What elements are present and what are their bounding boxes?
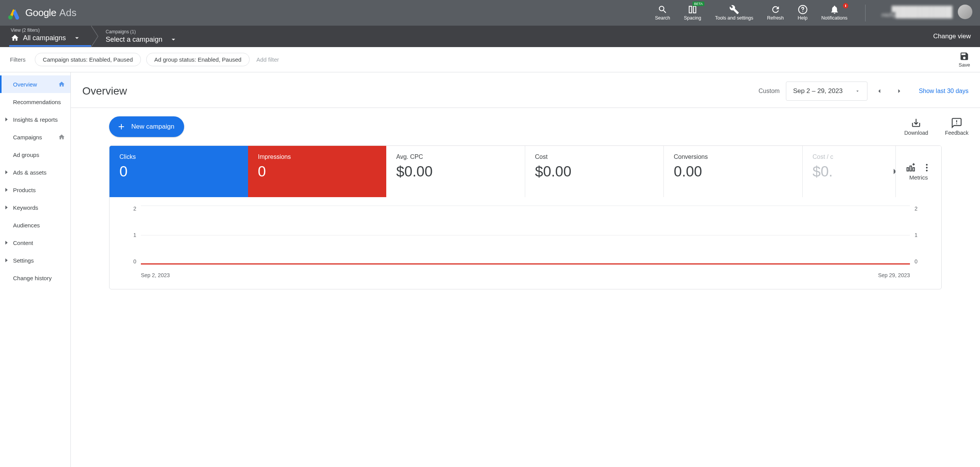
top-bar: Google Ads Search BETA Spacing Tools and…: [0, 0, 980, 26]
date-prev-button[interactable]: [871, 83, 887, 99]
chevron-down-icon: [169, 35, 178, 44]
account-info[interactable]: ████████████████ michy███████████████: [882, 5, 972, 19]
svg-point-2: [802, 11, 803, 12]
metric-label: Avg. CPC: [396, 153, 515, 160]
chart: 2 1 0 2 1 0 Sep 2, 2023: [109, 197, 941, 289]
chart-plot: [141, 206, 910, 265]
notifications-tool[interactable]: Notifications: [822, 5, 848, 21]
new-campaign-button[interactable]: New campaign: [109, 116, 184, 137]
metric-cell-clicks[interactable]: Clicks0: [109, 146, 248, 197]
svg-rect-9: [913, 168, 914, 171]
metric-value: 0: [258, 163, 377, 180]
refresh-tool[interactable]: Refresh: [767, 5, 784, 21]
avatar[interactable]: [958, 5, 972, 19]
more-vert-icon[interactable]: [922, 163, 932, 173]
spacing-tool[interactable]: BETA Spacing: [684, 5, 701, 21]
wrench-icon: [729, 5, 739, 15]
main: OverviewRecommendationsInsights & report…: [0, 72, 980, 467]
search-label: Search: [655, 15, 670, 21]
save-button[interactable]: Save: [959, 51, 970, 68]
metric-value: 0.00: [674, 163, 792, 180]
crumb-view-label: View (2 filters): [11, 28, 81, 33]
sidebar-item-label: Products: [13, 187, 36, 193]
filter-chip-campaign-status[interactable]: Campaign status: Enabled, Paused: [35, 53, 141, 66]
metric-cell-conversions[interactable]: Conversions0.00: [664, 146, 803, 197]
add-chart-icon[interactable]: [906, 163, 916, 173]
account-line2: michy███████████████: [882, 12, 952, 18]
date-range-dropdown[interactable]: Sep 2 – 29, 2023: [786, 82, 868, 101]
sidebar-item-keywords[interactable]: Keywords: [0, 199, 70, 216]
download-icon: [911, 118, 921, 128]
feedback-icon: [951, 118, 962, 128]
filters-bar: Filters Campaign status: Enabled, Paused…: [0, 47, 980, 72]
change-view-button[interactable]: Change view: [933, 33, 971, 40]
account-text: ████████████████ michy███████████████: [882, 6, 952, 18]
chevron-down-icon: [855, 88, 860, 94]
sidebar-item-change-history[interactable]: Change history: [0, 269, 70, 287]
logo-text-ads: Ads: [59, 7, 77, 19]
sidebar-item-campaigns[interactable]: Campaigns: [0, 128, 70, 146]
sidebar-item-ad-groups[interactable]: Ad groups: [0, 146, 70, 163]
metrics-label: Metrics: [909, 174, 928, 181]
content: Overview Custom Sep 2 – 29, 2023 Show la…: [71, 72, 980, 467]
tools-settings-tool[interactable]: Tools and settings: [715, 5, 753, 21]
sidebar-item-audiences[interactable]: Audiences: [0, 216, 70, 234]
home-icon: [58, 81, 65, 88]
metrics-tools: Metrics: [895, 146, 941, 197]
x-tick: Sep 2, 2023: [141, 272, 170, 278]
sidebar-item-label: Settings: [13, 257, 34, 264]
metric-cell-cost[interactable]: Cost$0.00: [525, 146, 664, 197]
crumb-separator: [91, 26, 100, 47]
metric-value: $0.00: [396, 163, 515, 180]
expand-arrow-icon: [5, 118, 8, 121]
search-tool[interactable]: Search: [655, 5, 670, 21]
overview-header: Overview Custom Sep 2 – 29, 2023 Show la…: [71, 72, 980, 108]
sidebar-item-recommendations[interactable]: Recommendations: [0, 93, 70, 111]
crumb-view-value: All campaigns: [23, 34, 66, 42]
sidebar: OverviewRecommendationsInsights & report…: [0, 72, 71, 467]
help-icon: [798, 5, 808, 15]
sidebar-item-settings[interactable]: Settings: [0, 251, 70, 269]
crumb-campaigns-label: Campaigns (1): [106, 29, 178, 34]
date-next-button[interactable]: [891, 83, 907, 99]
sidebar-item-ads-assets[interactable]: Ads & assets: [0, 163, 70, 181]
notification-dot-icon: [842, 2, 849, 9]
logo[interactable]: Google Ads: [8, 7, 77, 20]
new-campaign-label: New campaign: [131, 123, 174, 131]
sidebar-item-content[interactable]: Content: [0, 234, 70, 251]
download-button[interactable]: Download: [904, 118, 928, 136]
metric-label: Conversions: [674, 153, 792, 160]
crumb-view[interactable]: View (2 filters) All campaigns: [9, 28, 91, 47]
expand-arrow-icon: [5, 206, 8, 209]
metrics-row: Clicks0Impressions0Avg. CPC$0.00Cost$0.0…: [109, 146, 941, 197]
action-row: New campaign Download Feedback: [71, 108, 980, 145]
search-icon: [658, 5, 668, 15]
svg-point-10: [926, 164, 927, 165]
chart-x-axis: Sep 2, 2023 Sep 29, 2023: [141, 272, 910, 278]
y-tick: 0: [915, 258, 918, 265]
metric-cell-impressions[interactable]: Impressions0: [248, 146, 387, 197]
svg-rect-8: [910, 166, 911, 171]
crumb-campaigns[interactable]: Campaigns (1) Select a campaign: [100, 29, 188, 44]
show-last-30-days-button[interactable]: Show last 30 days: [919, 88, 969, 95]
sidebar-item-label: Change history: [13, 275, 52, 281]
chart-y-axis-right: 2 1 0: [915, 206, 921, 265]
sidebar-item-insights-reports[interactable]: Insights & reports: [0, 111, 70, 128]
y-tick: 1: [133, 232, 136, 238]
sidebar-item-overview[interactable]: Overview: [0, 75, 70, 93]
metric-label: Cost: [535, 153, 654, 160]
account-line1: ████████████████: [892, 6, 952, 12]
plus-icon: [116, 121, 127, 132]
date-range-value: Sep 2 – 29, 2023: [793, 87, 843, 95]
feedback-label: Feedback: [945, 130, 969, 136]
svg-point-0: [8, 15, 12, 19]
filter-chip-adgroup-status[interactable]: Ad group status: Enabled, Paused: [146, 53, 250, 66]
add-filter-button[interactable]: Add filter: [256, 56, 279, 63]
metric-cell-avg-cpc[interactable]: Avg. CPC$0.00: [386, 146, 525, 197]
metrics-card: Clicks0Impressions0Avg. CPC$0.00Cost$0.0…: [109, 145, 942, 289]
sidebar-item-products[interactable]: Products: [0, 181, 70, 199]
help-tool[interactable]: Help: [798, 5, 808, 21]
crumb-campaigns-value: Select a campaign: [106, 36, 162, 44]
notifications-label: Notifications: [822, 15, 848, 21]
feedback-button[interactable]: Feedback: [945, 118, 969, 136]
